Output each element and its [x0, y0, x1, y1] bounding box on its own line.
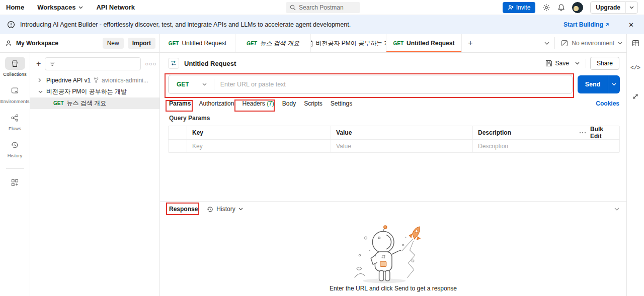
- tab-untitled-request-1[interactable]: GET Untitled Request: [160, 34, 235, 52]
- tab-label: 뉴스 검색 개요: [260, 39, 299, 48]
- user-avatar[interactable]: [572, 2, 583, 13]
- tabstrip-right: No environment: [544, 34, 626, 52]
- tab-scripts[interactable]: Scripts: [303, 98, 324, 109]
- save-options-chevron-icon[interactable]: [573, 61, 582, 66]
- method-selector[interactable]: GET: [169, 81, 214, 88]
- search-input[interactable]: [299, 4, 354, 11]
- upgrade-button[interactable]: Upgrade: [590, 2, 638, 14]
- grid-plus-icon: [5, 176, 25, 189]
- document-icon: [311, 40, 313, 47]
- share-button[interactable]: Share: [590, 57, 619, 70]
- empty-response-hint: Enter the URL and click Send to get a re…: [330, 285, 457, 292]
- add-collection-button[interactable]: +: [36, 60, 41, 68]
- environment-selector[interactable]: No environment: [554, 37, 622, 49]
- url-input[interactable]: [214, 81, 572, 88]
- workspace-name[interactable]: My Workspace: [16, 40, 58, 47]
- code-snippet-icon[interactable]: </>: [630, 60, 640, 76]
- tab-method-badge: GET: [247, 41, 257, 46]
- collections-filter[interactable]: [45, 57, 141, 70]
- tab-news-search[interactable]: GET 뉴스 검색 개요: [235, 34, 311, 52]
- no-environment-icon: [561, 40, 568, 47]
- param-description-input[interactable]: [478, 143, 614, 150]
- request-title[interactable]: Untitled Request: [184, 60, 236, 67]
- flows-icon: [5, 111, 25, 124]
- banner-close-icon[interactable]: ✕: [628, 21, 634, 29]
- chevron-down-icon[interactable]: [38, 90, 43, 93]
- tab-body[interactable]: Body: [281, 98, 297, 109]
- nav-home-label: Home: [6, 4, 24, 11]
- tree-item-label: 비전공자 PM이 공부하는 개발: [46, 87, 127, 96]
- nav-home[interactable]: Home: [6, 4, 24, 11]
- request-method-badge: GET: [53, 101, 64, 106]
- nav-api-network[interactable]: API Network: [96, 4, 135, 11]
- send-button[interactable]: Send: [578, 75, 620, 93]
- nav-workspaces-label: Workspaces: [37, 4, 75, 11]
- environment-quick-look-icon[interactable]: [627, 34, 644, 53]
- fork-icon: [94, 77, 99, 83]
- upgrade-chevron-icon[interactable]: [625, 2, 637, 13]
- save-icon: [545, 60, 552, 67]
- invite-button[interactable]: Invite: [503, 2, 536, 13]
- tab-method-badge: GET: [393, 41, 404, 46]
- environments-icon: [5, 84, 25, 97]
- cookies-link[interactable]: Cookies: [596, 100, 619, 107]
- tree-item-request-selected[interactable]: GET 뉴스 검색 개요: [30, 97, 159, 109]
- sidebar-item-history[interactable]: History: [5, 138, 25, 158]
- send-options-chevron-icon[interactable]: [608, 75, 620, 93]
- http-request-icon: [168, 58, 179, 69]
- tree-item-pipedrive[interactable]: Pipedrive API v1 avionics-admini...: [30, 74, 159, 86]
- settings-gear-icon[interactable]: [542, 4, 550, 12]
- new-tab-button[interactable]: +: [462, 34, 479, 52]
- response-header: Response History: [160, 202, 626, 217]
- configure-sidebar-button[interactable]: [5, 176, 25, 189]
- import-button[interactable]: Import: [128, 38, 155, 49]
- environment-label: No environment: [572, 40, 614, 47]
- chevron-right-icon[interactable]: [38, 78, 43, 82]
- tree-item-label: Pipedrive API v1: [46, 77, 91, 84]
- request-actions: Save Share: [545, 57, 619, 70]
- tab-headers[interactable]: Headers (7): [241, 98, 275, 109]
- info-icon: [7, 21, 15, 29]
- tab-authorization[interactable]: Authorization: [198, 98, 235, 109]
- url-bar: GET Send: [168, 75, 620, 94]
- request-header: Untitled Request Save Share: [160, 53, 626, 74]
- history-chevron-icon: [238, 208, 243, 211]
- start-building-link[interactable]: Start Building: [564, 21, 609, 28]
- method-value: GET: [177, 81, 189, 88]
- response-pane: Response History: [160, 201, 626, 296]
- headers-count-badge: (7): [267, 100, 274, 107]
- tab-settings[interactable]: Settings: [330, 98, 353, 109]
- response-title[interactable]: Response: [169, 206, 198, 213]
- nav-workspaces[interactable]: Workspaces: [37, 4, 83, 11]
- tree-item-collection[interactable]: 비전공자 PM이 공부하는 개발: [30, 86, 159, 97]
- method-chevron-icon: [202, 83, 207, 86]
- tab-collection-doc[interactable]: 비전공자 PM이 공부하는 개: [311, 34, 386, 52]
- save-button[interactable]: Save: [545, 60, 569, 67]
- row-handle[interactable]: [169, 140, 187, 152]
- rail-label: History: [8, 153, 23, 158]
- request-editor: Untitled Request Save Share GET: [160, 53, 626, 296]
- sidebar-item-collections[interactable]: Collections: [3, 57, 26, 77]
- sidebar-item-environments[interactable]: Environments: [0, 84, 29, 104]
- tab-params[interactable]: Params: [168, 98, 192, 109]
- collections-more-icon[interactable]: ○○○: [145, 61, 156, 67]
- sidebar-item-flows[interactable]: Flows: [5, 111, 25, 131]
- tab-untitled-request-2[interactable]: GET Untitled Request: [386, 34, 462, 52]
- announcement-banner: Introducing AI Agent Builder - effortles…: [0, 15, 644, 34]
- new-button[interactable]: New: [103, 38, 124, 49]
- param-value-input[interactable]: [336, 143, 467, 150]
- postman-app: Home Workspaces API Network Invite Upgra…: [0, 0, 644, 296]
- search-icon: [290, 5, 296, 11]
- tab-list-chevron-icon[interactable]: [544, 42, 549, 45]
- global-search[interactable]: [286, 2, 360, 13]
- response-history-dropdown[interactable]: History: [207, 206, 243, 213]
- response-collapse-chevron-icon[interactable]: [614, 208, 619, 211]
- collections-filter-input[interactable]: [58, 60, 136, 67]
- more-dots-icon: [579, 132, 586, 134]
- bulk-edit-button[interactable]: Bulk Edit: [574, 126, 619, 139]
- related-requests-icon[interactable]: [632, 88, 639, 105]
- history-clock-icon: [207, 206, 213, 213]
- param-key-input[interactable]: [192, 143, 326, 150]
- notifications-bell-icon[interactable]: [557, 4, 565, 12]
- top-nav: Home Workspaces API Network: [6, 4, 135, 11]
